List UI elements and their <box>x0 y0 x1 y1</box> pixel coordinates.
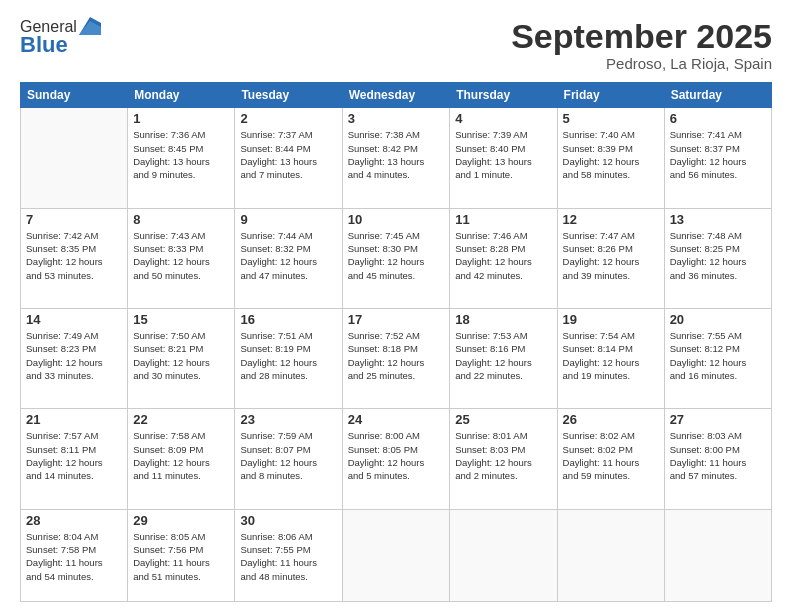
weekday-header-monday: Monday <box>128 83 235 108</box>
day-cell: 29Sunrise: 8:05 AM Sunset: 7:56 PM Dayli… <box>128 509 235 601</box>
title-block: September 2025 Pedroso, La Rioja, Spain <box>511 18 772 72</box>
day-cell: 6Sunrise: 7:41 AM Sunset: 8:37 PM Daylig… <box>664 108 771 208</box>
day-info: Sunrise: 7:37 AM Sunset: 8:44 PM Dayligh… <box>240 128 336 181</box>
day-number: 18 <box>455 312 551 327</box>
day-cell: 27Sunrise: 8:03 AM Sunset: 8:00 PM Dayli… <box>664 409 771 509</box>
day-cell: 21Sunrise: 7:57 AM Sunset: 8:11 PM Dayli… <box>21 409 128 509</box>
week-row-3: 14Sunrise: 7:49 AM Sunset: 8:23 PM Dayli… <box>21 309 772 409</box>
day-number: 19 <box>563 312 659 327</box>
day-info: Sunrise: 8:03 AM Sunset: 8:00 PM Dayligh… <box>670 429 766 482</box>
day-info: Sunrise: 8:00 AM Sunset: 8:05 PM Dayligh… <box>348 429 445 482</box>
day-cell: 5Sunrise: 7:40 AM Sunset: 8:39 PM Daylig… <box>557 108 664 208</box>
day-cell: 10Sunrise: 7:45 AM Sunset: 8:30 PM Dayli… <box>342 208 450 308</box>
day-number: 14 <box>26 312 122 327</box>
weekday-header-sunday: Sunday <box>21 83 128 108</box>
day-cell: 25Sunrise: 8:01 AM Sunset: 8:03 PM Dayli… <box>450 409 557 509</box>
day-number: 12 <box>563 212 659 227</box>
day-number: 2 <box>240 111 336 126</box>
day-number: 10 <box>348 212 445 227</box>
day-number: 16 <box>240 312 336 327</box>
day-cell: 16Sunrise: 7:51 AM Sunset: 8:19 PM Dayli… <box>235 309 342 409</box>
day-cell: 8Sunrise: 7:43 AM Sunset: 8:33 PM Daylig… <box>128 208 235 308</box>
day-info: Sunrise: 7:44 AM Sunset: 8:32 PM Dayligh… <box>240 229 336 282</box>
day-number: 17 <box>348 312 445 327</box>
day-number: 4 <box>455 111 551 126</box>
day-info: Sunrise: 7:46 AM Sunset: 8:28 PM Dayligh… <box>455 229 551 282</box>
day-cell <box>664 509 771 601</box>
day-cell: 3Sunrise: 7:38 AM Sunset: 8:42 PM Daylig… <box>342 108 450 208</box>
day-info: Sunrise: 7:50 AM Sunset: 8:21 PM Dayligh… <box>133 329 229 382</box>
day-cell: 26Sunrise: 8:02 AM Sunset: 8:02 PM Dayli… <box>557 409 664 509</box>
logo-blue: Blue <box>20 32 101 58</box>
day-cell: 20Sunrise: 7:55 AM Sunset: 8:12 PM Dayli… <box>664 309 771 409</box>
day-info: Sunrise: 8:01 AM Sunset: 8:03 PM Dayligh… <box>455 429 551 482</box>
day-info: Sunrise: 7:39 AM Sunset: 8:40 PM Dayligh… <box>455 128 551 181</box>
day-cell: 22Sunrise: 7:58 AM Sunset: 8:09 PM Dayli… <box>128 409 235 509</box>
day-number: 8 <box>133 212 229 227</box>
weekday-header-thursday: Thursday <box>450 83 557 108</box>
day-cell: 28Sunrise: 8:04 AM Sunset: 7:58 PM Dayli… <box>21 509 128 601</box>
week-row-2: 7Sunrise: 7:42 AM Sunset: 8:35 PM Daylig… <box>21 208 772 308</box>
day-cell <box>342 509 450 601</box>
day-info: Sunrise: 7:42 AM Sunset: 8:35 PM Dayligh… <box>26 229 122 282</box>
day-number: 1 <box>133 111 229 126</box>
day-info: Sunrise: 7:55 AM Sunset: 8:12 PM Dayligh… <box>670 329 766 382</box>
day-cell: 14Sunrise: 7:49 AM Sunset: 8:23 PM Dayli… <box>21 309 128 409</box>
day-info: Sunrise: 7:47 AM Sunset: 8:26 PM Dayligh… <box>563 229 659 282</box>
day-cell <box>21 108 128 208</box>
weekday-header-saturday: Saturday <box>664 83 771 108</box>
day-info: Sunrise: 7:38 AM Sunset: 8:42 PM Dayligh… <box>348 128 445 181</box>
day-cell: 11Sunrise: 7:46 AM Sunset: 8:28 PM Dayli… <box>450 208 557 308</box>
day-info: Sunrise: 7:51 AM Sunset: 8:19 PM Dayligh… <box>240 329 336 382</box>
day-number: 23 <box>240 412 336 427</box>
day-info: Sunrise: 7:57 AM Sunset: 8:11 PM Dayligh… <box>26 429 122 482</box>
day-number: 9 <box>240 212 336 227</box>
day-info: Sunrise: 7:41 AM Sunset: 8:37 PM Dayligh… <box>670 128 766 181</box>
day-info: Sunrise: 8:04 AM Sunset: 7:58 PM Dayligh… <box>26 530 122 583</box>
day-cell: 13Sunrise: 7:48 AM Sunset: 8:25 PM Dayli… <box>664 208 771 308</box>
week-row-1: 1Sunrise: 7:36 AM Sunset: 8:45 PM Daylig… <box>21 108 772 208</box>
weekday-header-row: SundayMondayTuesdayWednesdayThursdayFrid… <box>21 83 772 108</box>
logo: General Blue <box>20 18 101 58</box>
day-number: 21 <box>26 412 122 427</box>
logo-icon <box>79 17 101 35</box>
weekday-header-wednesday: Wednesday <box>342 83 450 108</box>
day-cell: 12Sunrise: 7:47 AM Sunset: 8:26 PM Dayli… <box>557 208 664 308</box>
day-number: 13 <box>670 212 766 227</box>
day-info: Sunrise: 7:58 AM Sunset: 8:09 PM Dayligh… <box>133 429 229 482</box>
day-info: Sunrise: 8:02 AM Sunset: 8:02 PM Dayligh… <box>563 429 659 482</box>
day-cell: 15Sunrise: 7:50 AM Sunset: 8:21 PM Dayli… <box>128 309 235 409</box>
calendar-page: General Blue September 2025 Pedroso, La … <box>0 0 792 612</box>
day-number: 22 <box>133 412 229 427</box>
day-cell: 18Sunrise: 7:53 AM Sunset: 8:16 PM Dayli… <box>450 309 557 409</box>
day-number: 26 <box>563 412 659 427</box>
day-info: Sunrise: 7:49 AM Sunset: 8:23 PM Dayligh… <box>26 329 122 382</box>
day-info: Sunrise: 7:53 AM Sunset: 8:16 PM Dayligh… <box>455 329 551 382</box>
day-info: Sunrise: 7:45 AM Sunset: 8:30 PM Dayligh… <box>348 229 445 282</box>
day-number: 20 <box>670 312 766 327</box>
day-cell: 30Sunrise: 8:06 AM Sunset: 7:55 PM Dayli… <box>235 509 342 601</box>
day-cell: 1Sunrise: 7:36 AM Sunset: 8:45 PM Daylig… <box>128 108 235 208</box>
day-cell: 4Sunrise: 7:39 AM Sunset: 8:40 PM Daylig… <box>450 108 557 208</box>
day-info: Sunrise: 7:43 AM Sunset: 8:33 PM Dayligh… <box>133 229 229 282</box>
weekday-header-tuesday: Tuesday <box>235 83 342 108</box>
day-info: Sunrise: 8:06 AM Sunset: 7:55 PM Dayligh… <box>240 530 336 583</box>
day-number: 29 <box>133 513 229 528</box>
day-number: 11 <box>455 212 551 227</box>
day-number: 24 <box>348 412 445 427</box>
header: General Blue September 2025 Pedroso, La … <box>20 18 772 72</box>
day-cell: 7Sunrise: 7:42 AM Sunset: 8:35 PM Daylig… <box>21 208 128 308</box>
day-info: Sunrise: 7:59 AM Sunset: 8:07 PM Dayligh… <box>240 429 336 482</box>
day-number: 7 <box>26 212 122 227</box>
day-info: Sunrise: 7:52 AM Sunset: 8:18 PM Dayligh… <box>348 329 445 382</box>
day-number: 15 <box>133 312 229 327</box>
location: Pedroso, La Rioja, Spain <box>511 55 772 72</box>
weekday-header-friday: Friday <box>557 83 664 108</box>
day-cell <box>557 509 664 601</box>
day-number: 5 <box>563 111 659 126</box>
day-cell <box>450 509 557 601</box>
day-cell: 24Sunrise: 8:00 AM Sunset: 8:05 PM Dayli… <box>342 409 450 509</box>
day-number: 28 <box>26 513 122 528</box>
calendar-table: SundayMondayTuesdayWednesdayThursdayFrid… <box>20 82 772 602</box>
day-cell: 19Sunrise: 7:54 AM Sunset: 8:14 PM Dayli… <box>557 309 664 409</box>
